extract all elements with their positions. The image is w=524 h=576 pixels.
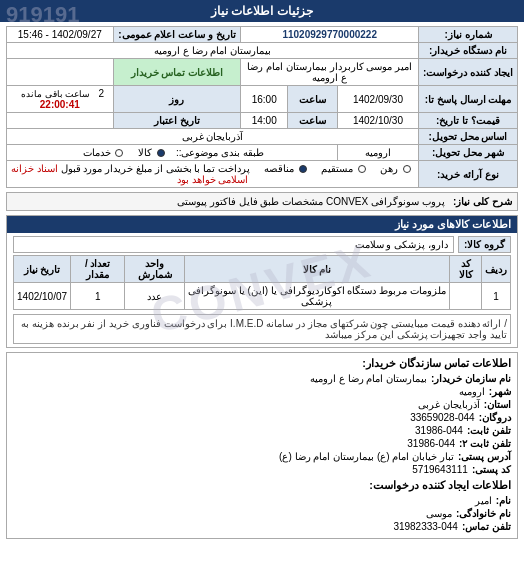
item-info-header: اطلاعات کالاهای مورد نیاز	[7, 216, 517, 233]
buyer-info-title: اطلاعات تماس سازندگان خریدار:	[13, 357, 511, 370]
col-radif: ردیف	[482, 256, 511, 283]
tabaqe-kala-option: کالا	[138, 147, 165, 158]
buyer-shahr-value: ارومیه	[459, 386, 485, 397]
shahr-value: ارومیه	[337, 145, 418, 161]
buyer-nam-label: نام:	[496, 495, 511, 506]
shahr-label: شهر محل تحویل:	[419, 145, 518, 161]
tabaqe-kala-radio	[157, 149, 165, 157]
nam-dastgah-value: بیمارستان امام رضا ع ارومیه	[7, 43, 419, 59]
ettebarLabel: تاریخ اعتبار	[113, 113, 241, 129]
buyer-address-row: آدرس پستی: تبار خیابان امام (ع) بیمارستا…	[13, 451, 511, 462]
tabaqe-khadamat-option: خدمات	[83, 147, 124, 158]
mohlat-saat-label: ساعت	[288, 86, 338, 113]
nav-mostaghim-option: مستقیم	[321, 163, 366, 174]
buyer-tel-value: 31986-044	[415, 425, 463, 436]
ijad-value: امیر موسی کاربردار بیمارستان امام رضا ع …	[241, 59, 419, 86]
buyer-ostan-value: آذربایجان غربی	[418, 399, 480, 410]
buyer-codepos-row: کد پستی: 5719643111	[13, 464, 511, 475]
buyer-tel3-row: تلفن تماس: 31982333-044	[13, 521, 511, 532]
header-title: جزئیات اطلاعات نیاز	[211, 4, 313, 18]
item-info-body: گروه کالا: دارو، پزشکی و سلامت ردیف کد ک…	[7, 233, 517, 347]
nav-monaqase-radio	[299, 165, 307, 173]
buyer-nam-sazmان-label: نام سازمان خریدار:	[431, 373, 511, 384]
mohlat-saat: 16:00	[241, 86, 288, 113]
buyer-nam-value: امیر	[475, 495, 492, 506]
group-value: دارو، پزشکی و سلامت	[13, 236, 454, 253]
tabaqe-khadamat-radio	[115, 149, 123, 157]
group-label: گروه کالا:	[458, 236, 511, 253]
buyer-tel2-label: تلفن ثابت ۲:	[459, 438, 511, 449]
buyer-tel-row: تلفن ثابت: 31986-044	[13, 425, 511, 436]
mohlat-label: مهلت ارسال پاسخ تا:	[419, 86, 518, 113]
buyer-info-section: اطلاعات تماس سازندگان خریدار: نام سازمان…	[6, 352, 518, 539]
tabaqe-label: طبقه بندی موضوعی:	[179, 147, 264, 158]
peyam-label: پرداخت تما با بخشی از مبلغ خریدار مورد ق…	[61, 163, 250, 174]
items-table: ردیف کد کالا نام کالا واحد شمارش تعداد /…	[13, 255, 511, 310]
buyer-tel3-label: تلفن تماس:	[462, 521, 511, 532]
mohlat-baqi-value: 22:00:41	[40, 99, 80, 110]
cell-naam: ملزومات مربوط دستگاه اکوکاردیوگرافی یا (…	[184, 283, 449, 310]
tarikh-value: 1402/09/27 - 15:46	[7, 27, 114, 43]
col-tarikh: تاریخ نیاز	[14, 256, 71, 283]
nam-dastgah-label: نام دستگاه خریدار:	[419, 43, 518, 59]
asas-value: آذربایجان غربی	[7, 129, 419, 145]
buyer-dorogh-value: 33659028-044	[410, 412, 475, 423]
buyer-tel3-value: 31982333-044	[393, 521, 458, 532]
buyer-khanevadegi-row: نام خانوادگی: موسی	[13, 508, 511, 519]
mohlat-baqi-label: ساعت باقی مانده	[21, 89, 90, 99]
item-info-section: اطلاعات کالاهای مورد نیاز گروه کالا: دار…	[6, 215, 518, 348]
shomare-niaz-value: 11020929770000222	[241, 27, 419, 43]
buyer-khanevadegi-label: نام خانوادگی:	[456, 508, 511, 519]
top-info-table: شماره نیاز: 11020929770000222 تاریخ و سا…	[6, 26, 518, 188]
buyer-address-label: آدرس پستی:	[458, 451, 511, 462]
nav-monaqase-option: مناقصه	[264, 163, 307, 174]
nav-rahn-radio	[403, 165, 411, 173]
qeybat-saat: 14:00	[241, 113, 288, 129]
asas-label: اساس محل تحویل:	[419, 129, 518, 145]
ijad-label: ایجاد کننده درخواست:	[419, 59, 518, 86]
keywords-label: شرح کلی نیاز:	[453, 196, 512, 207]
mohlat-roz-value: 2 ساعت باقی مانده 22:00:41	[7, 86, 114, 113]
nav-rahn-option: رهن	[380, 163, 411, 174]
qeybat-date: 1402/10/30	[337, 113, 418, 129]
buyer-nam-row: نام: امیر	[13, 495, 511, 506]
buyer-codepos-label: کد پستی:	[472, 464, 511, 475]
keywords-text: پروب سونوگرافی CONVEX مشخصات طبق فایل فا…	[177, 196, 445, 207]
nav-mostaghim-radio	[358, 165, 366, 173]
keywords-section: شرح کلی نیاز: پروب سونوگرافی CONVEX مشخص…	[6, 192, 518, 211]
buyer-ostan-label: استان:	[484, 399, 511, 410]
cell-tarikh: 1402/10/07	[14, 283, 71, 310]
page-wrapper: CONVEX 919191 جزئیات اطلاعات نیاز شماره …	[0, 0, 524, 576]
buyer-codepos-value: 5719643111	[412, 464, 468, 475]
buyer-nam-sazmان-value: بیمارستان امام رضا ع ارومیه	[310, 373, 427, 384]
cell-kod	[450, 283, 482, 310]
nav-label: نوع آرائه خرید:	[419, 161, 518, 188]
buyer-shahr-label: شهر:	[489, 386, 511, 397]
buyer-tel-label: تلفن ثابت:	[467, 425, 511, 436]
shomare-niaz-label: شماره نیاز:	[419, 27, 518, 43]
col-naam: نام کالا	[184, 256, 449, 283]
buyer-khanevadegi-value: موسی	[426, 508, 452, 519]
buyer-nam-sazmان-row: نام سازمان خریدار: بیمارستان امام رضا ع …	[13, 373, 511, 384]
buyer-dorogh-row: دروگان: 33659028-044	[13, 412, 511, 423]
cell-radif: 1	[482, 283, 511, 310]
main-content: شماره نیاز: 11020929770000222 تاریخ و سا…	[0, 22, 524, 543]
items-note: / ارائه دهنده قیمت میبایستی چون شرکتهای …	[13, 314, 511, 344]
buyer-dorogh-label: دروگان:	[479, 412, 511, 423]
cell-vahed: عدد	[125, 283, 185, 310]
col-kod: کد کالا	[450, 256, 482, 283]
qeybat-saat-label: ساعت	[288, 113, 338, 129]
buyer-address-value: تبار خیابان امام (ع) بیمارستان امام رضا …	[279, 451, 454, 462]
cell-tedad: 1	[71, 283, 125, 310]
tarikh-label: تاریخ و ساعت اعلام عمومی:	[113, 27, 241, 43]
ettelas-tamas-label[interactable]: اطلاعات تماس خریدار	[113, 59, 241, 86]
table-row: 1ملزومات مربوط دستگاه اکوکاردیوگرافی یا …	[14, 283, 511, 310]
buyer-ostan-row: استان: آذربایجان غربی	[13, 399, 511, 410]
col-tedad: تعداد / مقدار	[71, 256, 125, 283]
buyer-tel2-row: تلفن ثابت ۲: 31986-044	[13, 438, 511, 449]
category-row: گروه کالا: دارو، پزشکی و سلامت	[13, 236, 511, 253]
qeybat-label: قیمت؟ تا تاریخ:	[419, 113, 518, 129]
buyer-ettelas-label: اطلاعات ایجاد کننده درخواست:	[13, 479, 511, 492]
mohlat-roz-label: روز	[113, 86, 241, 113]
col-vahed: واحد شمارش	[125, 256, 185, 283]
